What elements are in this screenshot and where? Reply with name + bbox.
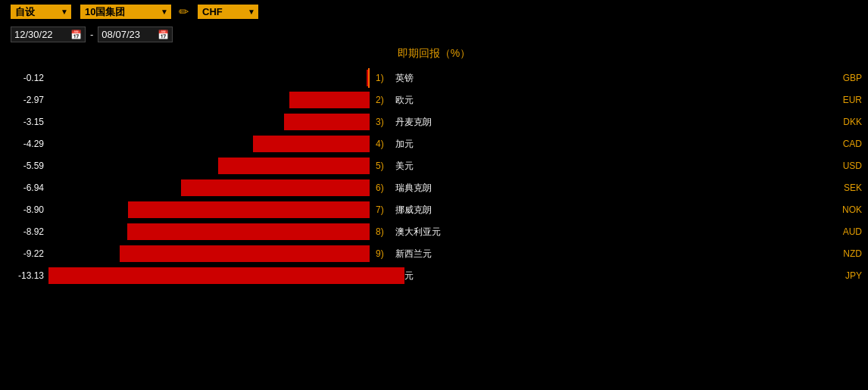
currency-name-cn: 英镑 <box>395 72 414 85</box>
bar-fill <box>181 179 370 196</box>
bar-row: -13.13 <box>6 266 370 285</box>
range-row: 📅 - 📅 <box>0 23 868 45</box>
calendar-end-icon[interactable]: 📅 <box>158 30 169 40</box>
bar-container <box>48 68 370 88</box>
chart-title-container: 即期回报（%） <box>6 47 862 61</box>
currency-name-cn: 瑞典克朗 <box>395 182 432 195</box>
bar-row: -2.97 <box>6 90 370 110</box>
top-controls-bar: 自设 ▼ 10国集团 ▼ ✏ CHF ▼ <box>0 0 868 23</box>
date-separator: - <box>90 29 93 40</box>
currency-code: NZD <box>824 244 862 264</box>
currency-number: 2) <box>376 95 392 105</box>
bar-row: -6.94 <box>6 178 370 198</box>
currency-name-cn: 丹麦克朗 <box>395 116 432 129</box>
currency-number: 4) <box>376 139 392 149</box>
bar-fill <box>128 201 370 218</box>
bar-row: -3.15 <box>6 112 370 132</box>
bar-value-label: -6.94 <box>6 183 44 193</box>
currency-name-cn: 欧元 <box>395 94 414 107</box>
currency-name-row: 2)欧元 <box>376 90 512 110</box>
currency-number: 1) <box>376 73 392 83</box>
bar-container <box>48 222 370 242</box>
currency-name-row: 8)澳大利亚元 <box>376 222 512 242</box>
bars-section: -0.12-2.97-3.15-4.29-5.59-6.94-8.90-8.92… <box>6 68 370 285</box>
bar-fill <box>48 267 404 284</box>
currency-name-row: 9)新西兰元 <box>376 244 512 264</box>
bar-value-label: -4.29 <box>6 139 44 149</box>
bar-container <box>48 112 370 132</box>
currency-name-row: 1)英镑 <box>376 68 512 88</box>
currency-number: 7) <box>376 204 392 215</box>
currency-name-row: 7)挪威克朗 <box>376 200 512 220</box>
currency-number: 6) <box>376 183 392 193</box>
bar-value-label: -2.97 <box>6 95 44 105</box>
chart-title: 即期回报（%） <box>398 47 470 59</box>
currency-name-cn: 挪威克朗 <box>395 204 432 217</box>
bar-row: -0.12 <box>6 68 370 88</box>
period-dropdown-wrapper[interactable]: 自设 ▼ <box>11 5 71 19</box>
bar-fill <box>127 223 370 240</box>
date-end-input[interactable] <box>101 29 155 40</box>
period-select[interactable]: 自设 <box>11 5 71 19</box>
currency-number: 9) <box>376 248 392 259</box>
bar-value-label: -0.12 <box>6 73 44 83</box>
currency-code: NOK <box>824 200 862 220</box>
zero-line <box>368 68 370 88</box>
currency-number: 3) <box>376 117 392 127</box>
date-start-input[interactable] <box>14 29 67 40</box>
currency-code: JPY <box>824 266 862 285</box>
bar-fill <box>120 245 370 262</box>
bar-row: -5.59 <box>6 156 370 176</box>
bar-fill <box>284 114 370 130</box>
date-start-wrapper[interactable]: 📅 <box>11 27 86 42</box>
bar-fill <box>253 136 370 152</box>
currency-name-row: 4)加元 <box>376 134 512 154</box>
currency-code: USD <box>824 156 862 176</box>
currency-code: SEK <box>824 178 862 198</box>
bar-row: -8.92 <box>6 222 370 242</box>
currency-number: 8) <box>376 226 392 237</box>
chart-area: 即期回报（%） -0.12-2.97-3.15-4.29-5.59-6.94-8… <box>0 45 868 285</box>
currency-name-row: 3)丹麦克朗 <box>376 112 512 132</box>
currency-code: DKK <box>824 112 862 132</box>
currency-name-row: 6)瑞典克朗 <box>376 178 512 198</box>
bar-container <box>48 156 370 176</box>
currency-name-row: 5)美元 <box>376 156 512 176</box>
bar-fill <box>218 158 370 174</box>
currency-name-cn: 澳大利亚元 <box>395 226 441 239</box>
bar-value-label: -3.15 <box>6 117 44 127</box>
currency-name-cn: 加元 <box>395 138 414 151</box>
currency-name-cn: 美元 <box>395 160 414 173</box>
currency-code: GBP <box>824 68 862 88</box>
currency-names-section: 1)英镑2)欧元3)丹麦克朗4)加元5)美元6)瑞典克朗7)挪威克朗8)澳大利亚… <box>376 68 512 285</box>
bar-row: -4.29 <box>6 134 370 154</box>
base-select[interactable]: CHF <box>198 5 258 19</box>
bar-container <box>48 134 370 154</box>
currency-code: CAD <box>824 134 862 154</box>
bar-container <box>48 200 370 220</box>
bar-row: -8.90 <box>6 200 370 220</box>
base-dropdown-wrapper[interactable]: CHF ▼ <box>198 5 258 19</box>
basket-dropdown-wrapper[interactable]: 10国集团 ▼ <box>80 5 171 19</box>
currency-code: AUD <box>824 222 862 242</box>
currency-code: EUR <box>824 90 862 110</box>
bar-container <box>48 244 370 264</box>
bar-value-label: -13.13 <box>6 270 44 281</box>
currency-number: 5) <box>376 161 392 171</box>
bar-fill <box>289 92 370 108</box>
edit-icon[interactable]: ✏ <box>179 5 189 19</box>
currency-name-cn: 新西兰元 <box>395 248 432 261</box>
bar-row: -9.22 <box>6 244 370 264</box>
bar-value-label: -8.92 <box>6 226 44 237</box>
date-end-wrapper[interactable]: 📅 <box>98 27 173 42</box>
bar-value-label: -5.59 <box>6 161 44 171</box>
bar-container <box>48 178 370 198</box>
calendar-start-icon[interactable]: 📅 <box>70 30 82 40</box>
currency-codes-section: GBPEURDKKCADUSDSEKNOKAUDNZDJPY <box>824 68 862 285</box>
bar-container <box>48 266 404 285</box>
bar-container <box>48 90 370 110</box>
bar-value-label: -9.22 <box>6 248 44 259</box>
basket-select[interactable]: 10国集团 <box>80 5 171 19</box>
bar-value-label: -8.90 <box>6 204 44 215</box>
